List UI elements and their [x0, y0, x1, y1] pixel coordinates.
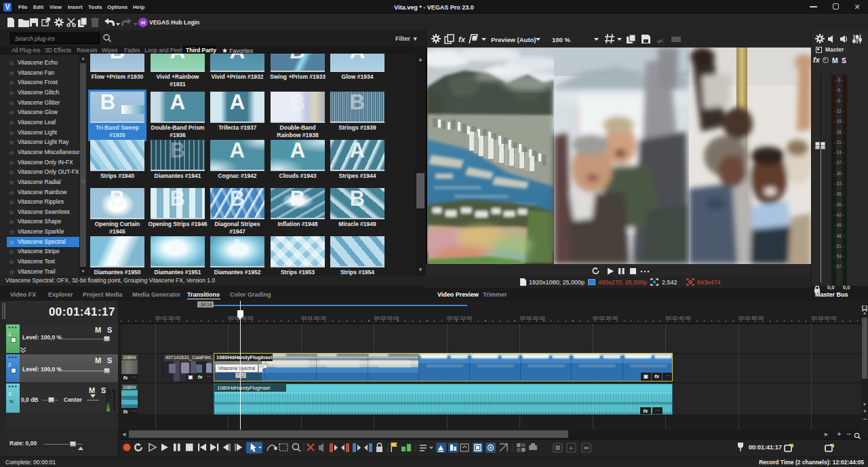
svg-text:VEGAS Hub Login: VEGAS Hub Login — [149, 19, 199, 26]
svg-text:H: H — [141, 20, 145, 26]
svg-text:Preview (Auto): Preview (Auto) — [491, 36, 536, 43]
svg-text:100 %: 100 % — [552, 36, 570, 43]
svg-text:fx: fx — [458, 35, 466, 43]
